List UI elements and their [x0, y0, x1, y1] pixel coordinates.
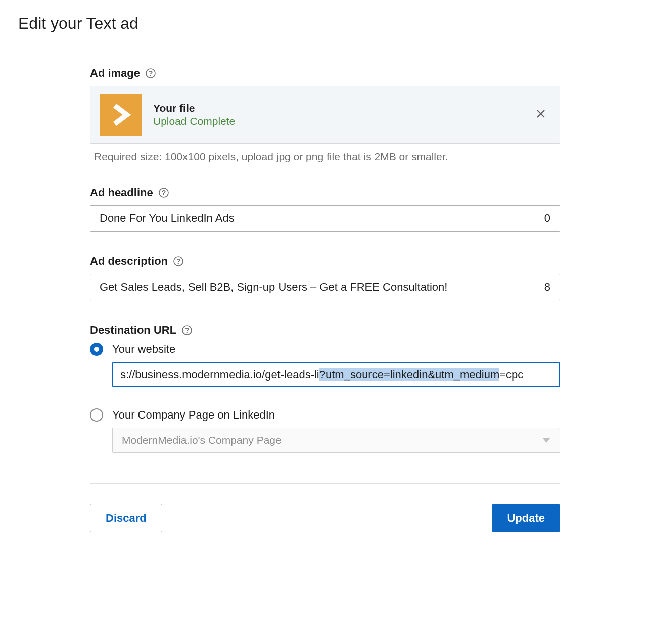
help-icon[interactable]: ?	[145, 68, 156, 79]
discard-button[interactable]: Discard	[90, 504, 162, 532]
ad-image-hint: Required size: 100x100 pixels, upload jp…	[90, 151, 560, 163]
ad-image-label: Ad image	[90, 67, 140, 80]
ad-description-section: Ad description ? 8	[90, 255, 560, 300]
help-icon[interactable]: ?	[158, 187, 169, 198]
ad-headline-section: Ad headline ? 0	[90, 186, 560, 232]
radio-company-page[interactable]	[90, 408, 103, 422]
company-page-label: Your Company Page on LinkedIn	[112, 408, 275, 422]
company-page-select[interactable]: ModernMedia.io's Company Page	[112, 428, 560, 453]
website-url-input[interactable]: s://business.modernmedia.io/get-leads-li…	[112, 362, 560, 387]
upload-file-label: Your file	[153, 102, 235, 114]
destination-url-label: Destination URL	[90, 324, 176, 337]
headline-counter: 0	[544, 212, 550, 225]
description-counter: 8	[544, 281, 550, 294]
svg-text:?: ?	[149, 69, 153, 77]
help-icon[interactable]: ?	[181, 325, 193, 336]
chevron-down-icon	[542, 436, 550, 445]
page-title: Edit your Text ad	[0, 0, 650, 45]
ad-headline-label: Ad headline	[90, 186, 153, 199]
ad-image-section: Ad image ? Your file Upload Complete Req…	[90, 67, 560, 163]
headline-input[interactable]	[100, 212, 538, 225]
destination-url-section: Destination URL ? Your website s://busin…	[90, 324, 560, 453]
upload-box: Your file Upload Complete	[90, 86, 560, 144]
radio-your-website[interactable]	[90, 343, 103, 356]
footer: Discard Update	[90, 483, 560, 532]
url-prefix: s://business.modernmedia.io/get-leads-li	[120, 368, 319, 381]
ad-description-label: Ad description	[90, 255, 168, 268]
your-website-label: Your website	[112, 343, 175, 356]
url-highlighted: ?utm_source=linkedin&utm_medium	[319, 368, 499, 381]
description-input[interactable]	[100, 281, 538, 294]
uploaded-image-thumbnail	[100, 94, 142, 136]
help-icon[interactable]: ?	[173, 256, 184, 267]
svg-text:?: ?	[161, 189, 166, 197]
url-suffix: =cpc	[499, 368, 523, 381]
svg-text:?: ?	[185, 326, 190, 334]
update-button[interactable]: Update	[492, 504, 560, 532]
company-page-placeholder: ModernMedia.io's Company Page	[122, 434, 282, 446]
upload-status: Upload Complete	[153, 115, 235, 127]
svg-text:?: ?	[176, 257, 181, 265]
svg-marker-10	[542, 438, 550, 443]
close-icon[interactable]	[535, 108, 546, 121]
